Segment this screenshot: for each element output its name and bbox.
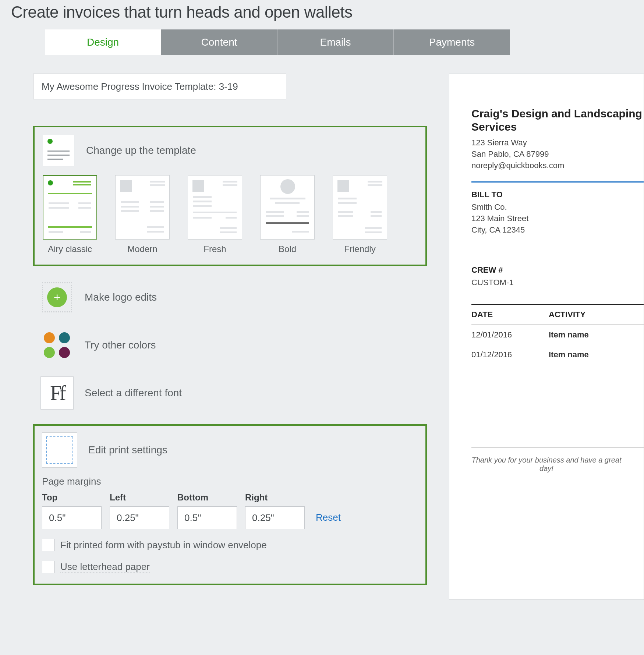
bill-addr1: 123 Main Street xyxy=(471,213,644,224)
table-row: 01/12/2016 Item name xyxy=(471,345,644,365)
reset-link[interactable]: Reset xyxy=(316,512,341,523)
change-template-section: Change up the template xyxy=(33,126,427,266)
fit-window-envelope-label: Fit printed form with paystub in window … xyxy=(60,539,267,551)
tab-design[interactable]: Design xyxy=(45,29,161,55)
invoice-preview: Craig's Design and Landscaping Services … xyxy=(449,74,644,600)
preview-addr1: 123 Sierra Way xyxy=(471,137,644,149)
template-fresh[interactable]: Fresh xyxy=(187,175,243,254)
template-icon xyxy=(42,134,75,167)
margin-left-label: Left xyxy=(110,492,169,503)
template-bold[interactable]: Bold xyxy=(259,175,315,254)
margin-right-label: Right xyxy=(245,492,305,503)
margin-bottom-label: Bottom xyxy=(177,492,237,503)
tab-emails[interactable]: Emails xyxy=(277,29,394,55)
preview-company: Craig's Design and Landscaping Services xyxy=(471,107,644,134)
font-section[interactable]: Ff Select a different font xyxy=(40,376,427,410)
margin-top-input[interactable] xyxy=(42,506,102,529)
page-title: Create invoices that turn heads and open… xyxy=(0,0,644,29)
preview-email: noreply@quickbooks.com xyxy=(471,160,644,171)
margin-left-input[interactable] xyxy=(110,506,169,529)
change-template-label: Change up the template xyxy=(86,145,196,156)
colors-icon xyxy=(40,329,74,362)
tabs: Design Content Emails Payments xyxy=(45,29,644,55)
template-modern[interactable]: Modern xyxy=(114,175,170,254)
margin-bottom-input[interactable] xyxy=(177,506,237,529)
thank-you-text: Thank you for your business and have a g… xyxy=(471,456,644,473)
page-margins-label: Page margins xyxy=(42,476,418,487)
colors-section[interactable]: Try other colors xyxy=(40,329,427,362)
tab-payments[interactable]: Payments xyxy=(394,29,510,55)
bill-addr2: City, CA 12345 xyxy=(471,224,644,236)
bill-to-label: BILL TO xyxy=(471,190,644,199)
letterhead-label: Use letterhead paper xyxy=(60,561,150,573)
crew-label: CREW # xyxy=(471,265,644,275)
table-row: 12/01/2016 Item name xyxy=(471,325,644,345)
th-activity: ACTIVITY xyxy=(549,310,644,319)
fit-window-envelope-checkbox[interactable] xyxy=(42,539,54,551)
template-friendly[interactable]: Friendly xyxy=(332,175,388,254)
letterhead-checkbox[interactable] xyxy=(42,561,54,573)
print-settings-section: Edit print settings Page margins Top Lef… xyxy=(33,424,427,585)
margin-right-input[interactable] xyxy=(245,506,305,529)
crew-value: CUSTOM-1 xyxy=(471,278,644,287)
template-airy-classic[interactable]: Airy classic xyxy=(42,175,98,254)
margin-top-label: Top xyxy=(42,492,102,503)
font-icon: Ff xyxy=(40,376,74,410)
bill-name: Smith Co. xyxy=(471,202,644,213)
plus-icon: + xyxy=(40,281,74,314)
preview-addr2: San Pablo, CA 87999 xyxy=(471,149,644,160)
logo-edits-section[interactable]: + Make logo edits xyxy=(40,281,427,314)
template-name-input[interactable]: My Awesome Progress Invoice Template: 3-… xyxy=(33,74,286,99)
print-margins-icon xyxy=(42,432,77,468)
th-date: DATE xyxy=(471,310,549,319)
tab-content[interactable]: Content xyxy=(161,29,277,55)
